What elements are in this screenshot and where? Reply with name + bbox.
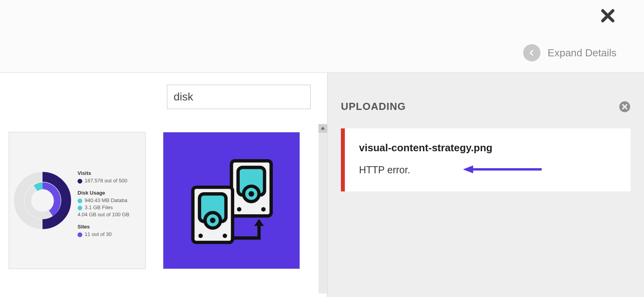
close-icon[interactable] (599, 7, 616, 24)
uploading-heading: UPLOADING (341, 100, 406, 113)
media-thumbnail[interactable] (163, 132, 300, 269)
svg-point-11 (210, 217, 215, 223)
scrollbar[interactable] (318, 124, 327, 293)
media-library-pane: Visits 187,578 out of 500 Disk Usage 940… (0, 73, 328, 297)
donut-chart-icon (9, 132, 76, 269)
svg-point-12 (198, 234, 203, 238)
expand-details-button[interactable]: Expand Details (523, 44, 616, 61)
upload-filename: visual-content-strategy.png (359, 142, 619, 154)
chevron-left-icon (523, 44, 540, 61)
hard-drive-icon (176, 145, 287, 256)
dismiss-upload-icon[interactable] (619, 101, 631, 113)
svg-point-6 (237, 207, 241, 212)
upload-error-message: HTTP error. (359, 164, 619, 176)
upload-status-pane: UPLOADING visual-content-strategy.png HT… (328, 73, 644, 297)
upload-error-card: visual-content-strategy.png HTTP error. (341, 128, 631, 191)
search-input[interactable] (167, 85, 311, 109)
svg-point-13 (223, 234, 227, 238)
modal-header: Expand Details (0, 0, 644, 73)
svg-point-7 (261, 207, 266, 212)
thumbnail-legend: Visits 187,578 out of 500 Disk Usage 940… (76, 132, 145, 269)
modal-body: Visits 187,578 out of 500 Disk Usage 940… (0, 73, 644, 297)
media-thumbnail[interactable]: Visits 187,578 out of 500 Disk Usage 940… (9, 132, 146, 269)
expand-details-label: Expand Details (548, 47, 616, 59)
svg-point-5 (248, 191, 254, 197)
